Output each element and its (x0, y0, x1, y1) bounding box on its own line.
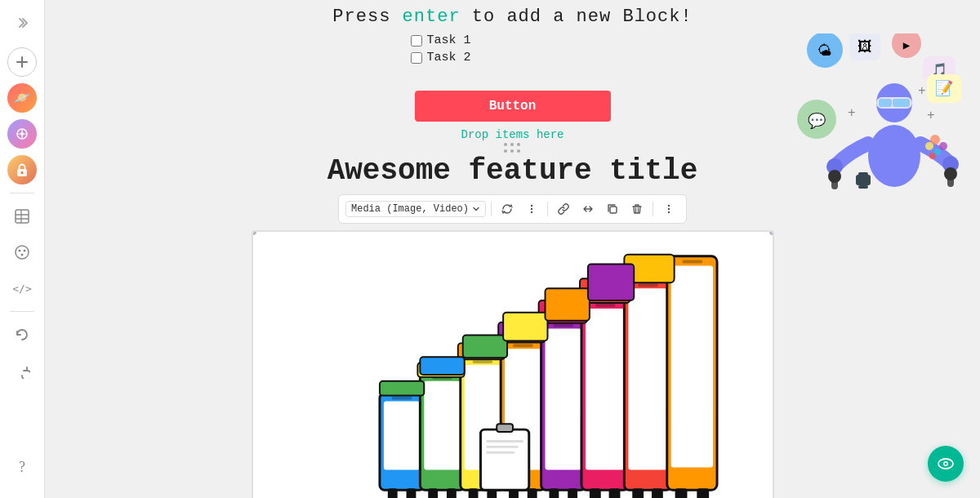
svg-rect-46 (610, 207, 617, 213)
svg-rect-20 (876, 97, 912, 109)
svg-rect-75 (553, 324, 573, 327)
instruction-prefix: Press (332, 7, 402, 27)
drag-dot (517, 149, 520, 153)
help-button[interactable]: ? (7, 452, 37, 482)
svg-rect-69 (527, 488, 537, 498)
preview-eye-button[interactable] (928, 446, 964, 482)
svg-rect-102 (587, 265, 633, 300)
convert-icon[interactable] (497, 198, 518, 220)
svg-rect-79 (608, 488, 620, 498)
svg-text:+: + (848, 106, 856, 121)
drag-handle[interactable] (504, 143, 522, 154)
planet-icon[interactable]: 🪐 (7, 83, 37, 113)
task-item-1: Task 1 (411, 33, 615, 47)
table-icon[interactable] (7, 202, 37, 231)
media-block (252, 230, 774, 498)
svg-rect-57 (424, 381, 460, 470)
block-toolbar: Media (Image, Video) (338, 194, 687, 224)
svg-point-26 (828, 170, 841, 183)
svg-point-40 (934, 149, 941, 155)
main-canvas: Press enter to add a new Block! 🌤 🖼 ▶ 🎵 (45, 0, 980, 498)
more-options-icon[interactable] (521, 198, 542, 220)
svg-rect-103 (480, 429, 528, 490)
code-icon[interactable]: </> (7, 273, 37, 303)
redo-icon[interactable] (7, 356, 37, 385)
svg-rect-54 (406, 488, 416, 498)
svg-rect-101 (545, 288, 589, 321)
feature-title: Awesome feature title (252, 154, 774, 188)
chevron-down-icon (472, 205, 480, 213)
svg-point-49 (668, 211, 670, 213)
svg-rect-107 (486, 451, 514, 454)
svg-rect-30 (927, 74, 961, 103)
kebab-menu-icon[interactable] (658, 198, 679, 220)
canvas-button[interactable]: Button (415, 91, 611, 122)
drag-dot (504, 149, 507, 153)
enter-key-highlight: enter (403, 7, 461, 27)
link-icon[interactable] (553, 198, 574, 220)
grid-special-icon[interactable] (7, 119, 37, 149)
svg-text:▶: ▶ (903, 39, 911, 52)
drag-dot (510, 143, 514, 146)
3d-illustration: 🌤 🖼 ▶ 🎵 💬 (776, 33, 972, 270)
svg-rect-15 (923, 56, 956, 82)
svg-rect-80 (595, 304, 615, 307)
expand-icon[interactable] (7, 8, 37, 38)
task-2-label: Task 2 (427, 51, 471, 64)
svg-rect-85 (638, 283, 658, 287)
media-type-select[interactable]: Media (Image, Video) (345, 201, 486, 217)
copy-icon[interactable] (602, 198, 623, 220)
svg-point-45 (531, 211, 532, 213)
svg-point-13 (892, 33, 921, 58)
instruction-suffix: to add a new Block! (461, 7, 693, 27)
task-2-checkbox[interactable] (411, 52, 422, 64)
svg-point-48 (668, 208, 670, 210)
toolbar-divider-3 (653, 202, 653, 216)
svg-rect-59 (446, 488, 456, 498)
svg-text:📝: 📝 (935, 79, 954, 97)
feature-section: Awesome feature title Media (Image, Vide… (252, 154, 774, 498)
toolbar-divider-1 (491, 202, 492, 216)
svg-point-1 (20, 132, 24, 136)
divider-1 (10, 193, 34, 193)
task-1-checkbox[interactable] (411, 35, 422, 47)
drag-dot (510, 149, 514, 153)
svg-rect-11 (849, 33, 880, 60)
svg-point-9 (807, 33, 843, 68)
svg-point-17 (797, 100, 836, 139)
svg-point-24 (826, 158, 843, 175)
svg-rect-35 (856, 175, 871, 185)
sidebar-top: 🪐 (7, 8, 37, 446)
svg-rect-36 (858, 172, 868, 176)
svg-rect-53 (387, 488, 397, 498)
svg-point-19 (876, 83, 912, 122)
undo-icon[interactable] (7, 320, 37, 349)
svg-rect-22 (893, 99, 910, 107)
svg-rect-91 (379, 381, 423, 396)
svg-rect-21 (879, 99, 892, 107)
svg-point-6 (19, 250, 21, 252)
task-1-label: Task 1 (427, 33, 471, 47)
svg-rect-82 (628, 288, 666, 469)
delete-icon[interactable] (626, 198, 648, 220)
svg-rect-98 (420, 357, 464, 375)
svg-rect-73 (549, 488, 559, 498)
svg-point-47 (668, 205, 670, 207)
svg-rect-63 (468, 488, 478, 498)
phones-illustration (253, 232, 773, 498)
lock-icon[interactable] (7, 155, 37, 185)
palette-icon[interactable] (7, 238, 37, 267)
drop-zone-text[interactable]: Drop items here (461, 128, 564, 141)
svg-point-39 (939, 142, 947, 150)
add-block-button[interactable] (7, 47, 37, 77)
resize-icon[interactable] (577, 198, 599, 220)
task-list: Task 1 Task 2 (411, 33, 615, 68)
svg-rect-87 (670, 266, 712, 468)
svg-rect-37 (858, 185, 868, 189)
media-type-label: Media (Image, Video) (351, 203, 469, 215)
svg-rect-65 (472, 360, 492, 363)
instruction-bar: Press enter to add a new Block! (45, 0, 980, 33)
svg-point-3 (21, 171, 24, 174)
svg-rect-70 (513, 344, 533, 347)
svg-point-8 (21, 254, 24, 256)
